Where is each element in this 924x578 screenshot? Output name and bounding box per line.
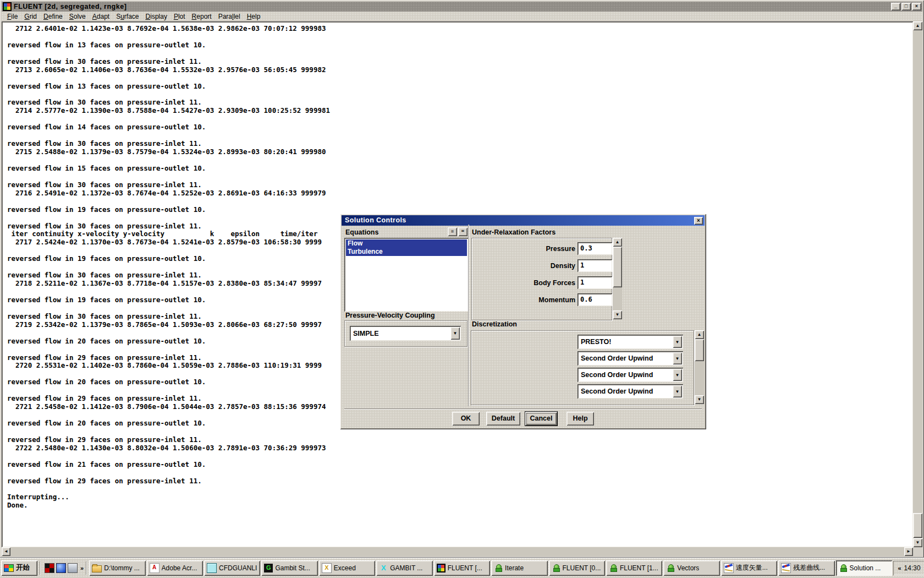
taskbar-button-iterate[interactable]: Iterate [491, 560, 547, 576]
fluent-panel-icon [552, 564, 560, 572]
taskbar-button-d-tommy[interactable]: D:\tommy ... [89, 560, 145, 576]
urf-input-momentum[interactable]: 0.6 [578, 293, 612, 306]
console-line: 2714 2.5777e-02 1.1390e-03 8.7588e-04 1.… [7, 107, 913, 115]
console-line: reversed flow in 21 faces on pressure-ou… [7, 461, 913, 469]
disc-dropdown-momentum[interactable]: Second Order Upwind▼ [578, 351, 683, 366]
discretization-scrollbar[interactable]: ▲ ▼ [695, 330, 704, 404]
overflow-chevron-icon[interactable]: » [80, 565, 84, 571]
phone-icon[interactable] [68, 563, 78, 573]
urf-input-body-forces[interactable]: 1 [578, 276, 612, 289]
chevron-down-icon[interactable]: ▼ [673, 385, 682, 397]
taskbar-button-solution[interactable]: Solution ... [836, 560, 892, 576]
fluent-panel-icon [609, 564, 618, 572]
equations-item-flow[interactable]: Flow [346, 239, 467, 248]
console-line: reversed flow in 13 faces on pressure-ou… [7, 41, 913, 50]
console-vertical-scrollbar[interactable]: ▲ ▼ [913, 21, 922, 547]
vertical-scroll-thumb[interactable] [913, 513, 922, 538]
console-line: reversed flow in 29 faces on pressure-in… [7, 436, 913, 444]
tray-clock: 14:30 [904, 564, 921, 572]
scroll-up-icon[interactable]: ▲ [913, 21, 922, 30]
taskbar-button-adobe-acr[interactable]: Adobe Acr... [147, 560, 203, 576]
urf-input-pressure[interactable]: 0.3 [578, 242, 612, 255]
quick-launch-bar [43, 563, 79, 573]
chevron-down-icon[interactable]: ▼ [673, 369, 682, 381]
taskbar-button-label: D:\tommy ... [104, 564, 140, 572]
scroll-left-icon[interactable]: ◄ [2, 547, 10, 556]
taskbar-button-fluent-1[interactable]: FLUENT [1... [606, 560, 662, 576]
urf-input-density[interactable]: 1 [578, 259, 612, 272]
chevron-down-icon[interactable]: ▼ [450, 327, 460, 340]
dialog-close-icon[interactable]: × [694, 217, 703, 225]
exceed-icon [322, 563, 332, 573]
media-player-icon[interactable] [56, 563, 66, 573]
scroll-down-icon[interactable]: ▼ [695, 395, 704, 404]
scroll-right-icon[interactable]: ► [904, 547, 913, 556]
scroll-up-icon[interactable]: ▲ [613, 238, 622, 247]
under-relaxation-scrollbar[interactable]: ▲ ▼ [613, 238, 622, 319]
taskbar-button-[interactable]: 速度矢量... [721, 560, 777, 576]
menu-adapt[interactable]: Adapt [89, 13, 113, 20]
menu-surface[interactable]: Surface [113, 13, 142, 20]
gambit-x-icon [379, 564, 388, 572]
close-button[interactable]: × [912, 3, 921, 10]
plot-icon [724, 563, 734, 573]
chevron-down-icon[interactable]: ▼ [673, 352, 682, 364]
disc-dropdown-turbulence-kinetic-energy[interactable]: Second Order Upwind▼ [578, 368, 683, 382]
taskbar-button-fluent-0[interactable]: FLUENT [0... [549, 560, 605, 576]
taskbar-button-gambit-st[interactable]: Gambit St... [261, 560, 317, 576]
menu-define[interactable]: Define [40, 13, 66, 20]
start-button[interactable]: 开始 [1, 560, 37, 576]
solution-controls-dialog: Solution Controls × Equations ≡ = FlowTu… [340, 214, 706, 429]
menu-parallel[interactable]: Parallel [215, 13, 244, 20]
tray-chevron-icon[interactable]: « [898, 565, 901, 571]
disc-dropdown-turbulence-dissipation-rate[interactable]: Second Order Upwind▼ [578, 384, 683, 399]
urf-label-density: Density [477, 262, 575, 270]
taskbar-button-label: Gambit St... [275, 564, 310, 572]
taskbar-button-vectors[interactable]: Vectors [663, 560, 719, 576]
console-line: reversed flow in 30 faces on pressure-in… [7, 58, 913, 66]
ok-button[interactable]: OK [452, 412, 480, 426]
coupling-dropdown[interactable]: SIMPLE ▼ [350, 326, 461, 341]
taskbar-button-[interactable]: 残差曲线... [778, 560, 834, 576]
taskbar-button-label: FLUENT [... [448, 564, 482, 572]
taskbar-button-fluent[interactable]: FLUENT [... [434, 560, 490, 576]
console-line: Done. [7, 501, 913, 510]
fluent-app-icon [3, 2, 12, 11]
equations-listbox[interactable]: FlowTurbulence [344, 238, 469, 312]
menu-display[interactable]: Display [142, 13, 170, 20]
help-button[interactable]: Help [566, 412, 594, 426]
menu-grid[interactable]: Grid [21, 13, 40, 20]
menu-bar: FileGridDefineSolveAdaptSurfaceDisplayPl… [2, 12, 922, 21]
minimize-button[interactable]: _ [891, 3, 900, 10]
console-horizontal-scrollbar[interactable]: ◄ ► [2, 547, 913, 556]
chevron-down-icon[interactable]: ▼ [673, 336, 682, 348]
console-line: 2712 2.6401e-02 1.1423e-03 8.7692e-04 1.… [7, 25, 913, 33]
taskbar-button-label: Solution ... [850, 564, 881, 572]
disc-dropdown-pressure[interactable]: PRESTO!▼ [578, 335, 683, 349]
deselect-icon[interactable]: = [458, 227, 468, 236]
menu-solve[interactable]: Solve [66, 13, 89, 20]
taskbar-button-gambit[interactable]: GAMBIT ... [376, 560, 432, 576]
scroll-down-icon[interactable]: ▼ [913, 538, 922, 547]
taskbar-button-exceed[interactable]: Exceed [319, 560, 375, 576]
maximize-button[interactable]: □ [901, 3, 911, 10]
menu-help[interactable]: Help [244, 13, 264, 20]
ie-icon[interactable] [45, 563, 54, 573]
default-button[interactable]: Default [486, 412, 520, 426]
menu-report[interactable]: Report [189, 13, 215, 20]
scroll-thumb[interactable] [613, 247, 622, 287]
menu-plot[interactable]: Plot [170, 13, 189, 20]
under-relaxation-label: Under-Relaxation Factors [472, 228, 556, 236]
scroll-thumb[interactable] [695, 339, 704, 361]
equations-item-turbulence[interactable]: Turbulence [346, 248, 467, 256]
dialog-titlebar[interactable]: Solution Controls [342, 215, 705, 226]
fluent-panel-icon [839, 564, 848, 572]
select-all-icon[interactable]: ≡ [448, 227, 457, 236]
console-line [7, 33, 913, 41]
taskbar-button-cfdguanli[interactable]: CFDGUANLI... [204, 560, 260, 576]
scroll-up-icon[interactable]: ▲ [695, 330, 704, 339]
scroll-down-icon[interactable]: ▼ [613, 310, 622, 319]
menu-file[interactable]: File [4, 13, 21, 20]
cancel-button[interactable]: Cancel [525, 412, 557, 426]
console-line: reversed flow in 15 faces on pressure-ou… [7, 165, 913, 173]
